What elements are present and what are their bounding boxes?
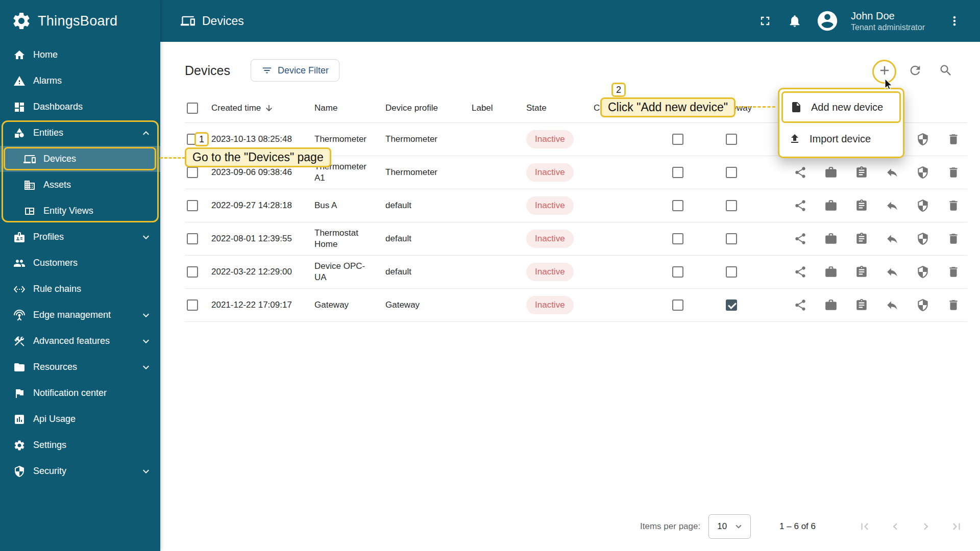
delete-button[interactable] (947, 199, 960, 212)
user-avatar-button[interactable] (815, 9, 840, 33)
gateway-checkbox[interactable] (726, 167, 737, 178)
assign-customer-button[interactable] (824, 265, 838, 279)
plus-icon (877, 63, 892, 78)
sidebar-item-alarms[interactable]: Alarms (0, 68, 160, 94)
shield-icon (916, 298, 929, 312)
check-connectivity-button[interactable] (886, 166, 899, 179)
gateway-checkbox[interactable] (726, 299, 737, 311)
row-checkbox[interactable] (187, 200, 198, 211)
search-button[interactable] (935, 59, 957, 82)
share-button[interactable] (794, 232, 807, 245)
menu-item-import-device[interactable]: Import device (781, 123, 901, 155)
row-checkbox[interactable] (187, 299, 198, 311)
public-checkbox[interactable] (672, 134, 683, 145)
sidebar-item-resources[interactable]: Resources (0, 354, 160, 380)
row-checkbox[interactable] (187, 167, 198, 178)
gateway-checkbox[interactable] (726, 200, 737, 211)
sidebar-item-devices[interactable]: Devices (0, 146, 160, 172)
assign-customer-button[interactable] (824, 232, 838, 245)
more-menu-button[interactable] (945, 12, 964, 30)
manage-credentials-button[interactable] (855, 232, 868, 245)
sidebar-item-home[interactable]: Home (0, 42, 160, 68)
row-checkbox[interactable] (187, 233, 198, 244)
share-button[interactable] (794, 199, 807, 212)
sidebar-item-entities[interactable]: Entities (0, 120, 160, 146)
share-button[interactable] (794, 265, 807, 279)
table-row[interactable]: 2023-09-06 09:38:46 Thermometer A1 Therm… (185, 156, 967, 189)
public-checkbox[interactable] (672, 200, 683, 211)
manage-credentials-button[interactable] (855, 199, 868, 212)
device-profile-cell: Thermometer (385, 156, 472, 189)
gateway-checkbox[interactable] (726, 233, 737, 244)
sidebar-item-entity-views[interactable]: Entity Views (0, 198, 160, 224)
gateway-checkbox[interactable] (726, 134, 737, 145)
sidebar-item-security[interactable]: Security (0, 458, 160, 484)
antenna-icon (13, 309, 26, 321)
manage-credentials-button[interactable] (855, 166, 868, 179)
table-row[interactable]: 2022-03-22 12:29:00 Device OPC-UA defaul… (185, 255, 967, 288)
sidebar-item-rule-chains[interactable]: Rule chains (0, 276, 160, 302)
first-page-button[interactable] (856, 518, 873, 535)
table-row[interactable]: 2022-08-01 12:39:55 Thermostat Home defa… (185, 222, 967, 255)
manage-credentials-button[interactable] (855, 298, 868, 312)
sidebar-item-notification-center[interactable]: Notification center (0, 380, 160, 406)
public-checkbox[interactable] (672, 167, 683, 178)
row-checkbox[interactable] (187, 266, 198, 278)
sidebar-item-dashboards[interactable]: Dashboards (0, 94, 160, 120)
previous-page-button[interactable] (887, 518, 903, 535)
label-cell (472, 222, 526, 255)
sidebar-item-profiles[interactable]: Profiles (0, 224, 160, 250)
gateway-checkbox[interactable] (726, 266, 737, 278)
sidebar-item-assets[interactable]: Assets (0, 172, 160, 198)
table-row[interactable]: 2021-12-22 17:09:17 Gateway Gateway Inac… (185, 288, 967, 321)
row-checkbox[interactable] (187, 134, 198, 145)
next-page-button[interactable] (918, 518, 934, 535)
security-button[interactable] (916, 199, 929, 212)
delete-button[interactable] (947, 265, 960, 279)
delete-button[interactable] (947, 133, 960, 146)
security-button[interactable] (916, 133, 929, 146)
table-row[interactable]: 2022-09-27 14:28:18 Bus A default Inacti… (185, 189, 967, 222)
sidebar-item-edge-management[interactable]: Edge management (0, 302, 160, 328)
reply-arrow-icon (886, 232, 899, 245)
refresh-button[interactable] (904, 59, 926, 82)
sidebar-item-label: Settings (33, 440, 66, 450)
check-connectivity-button[interactable] (886, 199, 899, 212)
check-connectivity-button[interactable] (886, 232, 899, 245)
sidebar-item-customers[interactable]: Customers (0, 250, 160, 276)
assign-customer-button[interactable] (824, 166, 838, 179)
sidebar-item-settings[interactable]: Settings (0, 432, 160, 458)
share-button[interactable] (794, 166, 807, 179)
reply-arrow-icon (886, 298, 899, 312)
device-filter-button[interactable]: Device Filter (251, 59, 339, 82)
sidebar-item-api-usage[interactable]: Api Usage (0, 406, 160, 432)
chevron-down-icon (140, 335, 152, 347)
security-button[interactable] (916, 166, 929, 179)
items-per-page-select[interactable]: 10 (708, 514, 751, 539)
delete-button[interactable] (947, 166, 960, 179)
check-connectivity-button[interactable] (886, 298, 899, 312)
select-all-checkbox[interactable] (187, 103, 198, 114)
manage-credentials-button[interactable] (855, 265, 868, 279)
column-header-label: Label (472, 94, 526, 122)
device-profile-cell: Thermometer (385, 122, 472, 156)
delete-button[interactable] (947, 232, 960, 245)
column-header-created-time[interactable]: Created time (211, 94, 314, 122)
last-page-button[interactable] (948, 518, 965, 535)
assign-customer-button[interactable] (824, 199, 838, 212)
public-checkbox[interactable] (672, 299, 683, 311)
security-button[interactable] (916, 265, 929, 279)
public-checkbox[interactable] (672, 266, 683, 278)
assign-customer-button[interactable] (824, 298, 838, 312)
sidebar-item-advanced-features[interactable]: Advanced features (0, 328, 160, 354)
security-button[interactable] (916, 298, 929, 312)
public-checkbox[interactable] (672, 233, 683, 244)
menu-item-add-new-device[interactable]: Add new device (781, 91, 901, 123)
share-button[interactable] (794, 298, 807, 312)
check-connectivity-button[interactable] (886, 265, 899, 279)
add-entity-button[interactable] (873, 59, 896, 82)
security-button[interactable] (916, 232, 929, 245)
delete-button[interactable] (947, 298, 960, 312)
notifications-button[interactable] (786, 12, 804, 30)
fullscreen-button[interactable] (756, 12, 774, 30)
